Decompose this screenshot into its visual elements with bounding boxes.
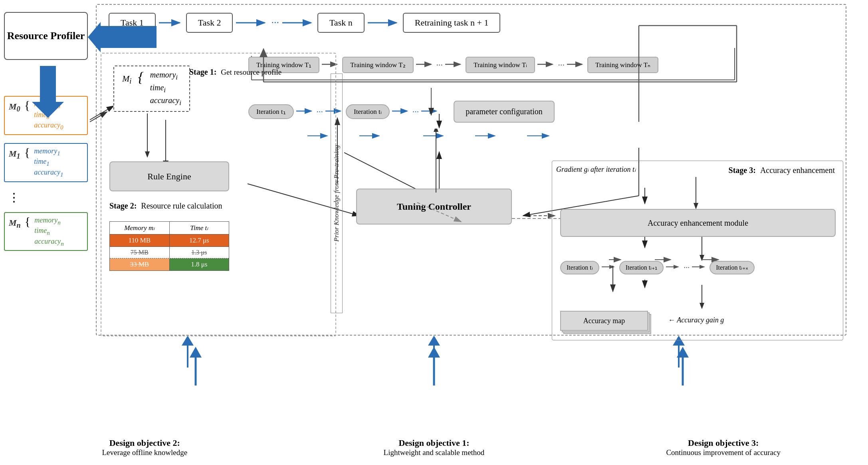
rule-engine-box: Rule Engine — [109, 161, 229, 191]
task-dots: ··· — [271, 17, 279, 29]
prior-knowledge-bar: Prior Knowledge from Pre-training — [331, 74, 343, 313]
task1-to-task2-arrow — [159, 19, 183, 27]
resource-profiler-label: Resource Profiler — [7, 30, 85, 42]
stage3-area: Gradient gᵢ after iteration tᵢ Stage 3: … — [552, 161, 843, 340]
design-obj-1-title: Design objective 2: — [25, 438, 264, 448]
acc-iter-tix: Iteration tᵢ₊ₓ — [709, 261, 755, 274]
grad-to-acc-arrow — [692, 177, 700, 211]
design-obj-1-sub: Leverage offline knowledge — [25, 448, 264, 457]
design-obj-2-title: Design objective 1: — [314, 438, 554, 448]
stage3-label: Stage 3: Accuracy enhancement — [729, 166, 835, 175]
design-objectives: Design objective 2: Leverage offline kno… — [0, 438, 868, 457]
taskn-to-retraining-arrow — [368, 19, 400, 27]
tw-dots2: ··· — [558, 60, 565, 70]
dots-to-taskn-arrow — [282, 19, 314, 27]
acc-iter-row: Iteration tᵢ Iteration tᵢ₊₁ ··· Iteratio… — [560, 261, 755, 274]
task-row: Task 1 Task 2 ··· Task n Retraining task… — [109, 13, 500, 33]
twd-twi-arrow — [445, 61, 463, 70]
acc-iter-arr3 — [692, 264, 707, 272]
svg-marker-35 — [428, 336, 440, 346]
task-1-box: Task 1 — [109, 13, 156, 33]
tw-dots: ··· — [436, 60, 443, 70]
inner-dashed-stage12: Mi { memoryi timei accuracyi Stage 1: Ge… — [101, 53, 336, 336]
svg-marker-106 — [190, 347, 202, 358]
design-obj-3: Design objective 3: Continuous improveme… — [604, 438, 843, 457]
param-config-box: parameter configuration — [454, 101, 555, 123]
twi-box: Training window Tᵢ — [466, 57, 535, 73]
m1-box: M1 { memory1 time1 accuracy1 — [4, 143, 88, 182]
acc-iter-ti1: Iteration tᵢ₊₁ — [619, 261, 664, 274]
mi-to-rule-arrow — [143, 113, 151, 159]
iter-arr3 — [392, 107, 410, 116]
tw2-box: Training window T₂ — [342, 57, 413, 73]
m0-box: M0 { memory0 time0 accuracy0 — [4, 96, 88, 135]
acc-iter-arr2 — [666, 264, 681, 272]
design-obj-3-sub: Continuous improvement of accuracy — [604, 448, 843, 457]
tw2-dots-arrow — [416, 61, 434, 70]
mn-box: Mn { memoryn timen accuracyn — [4, 212, 88, 251]
acc-map-box: Accuracy map — [560, 311, 648, 331]
iter-to-accmap-arrow — [698, 285, 706, 310]
resource-table: Memory mᵢ Time tᵢ 110 MB 12.7 μs 75 MB — [109, 221, 229, 271]
twn-box: Training window Tₙ — [587, 57, 658, 73]
task2-to-dots-arrow — [236, 19, 268, 27]
iter-dots2: ··· — [412, 107, 419, 117]
design-obj-1: Design objective 2: Leverage offline kno… — [25, 438, 264, 457]
design-obj-3-title: Design objective 3: — [604, 438, 843, 448]
acc-iter-ti: Iteration tᵢ — [560, 261, 599, 274]
twi-dots2-arrow — [537, 61, 555, 70]
twdots2-twn-arrow — [567, 61, 585, 70]
tuning-up-arrow — [432, 129, 440, 194]
svg-marker-108 — [428, 347, 440, 358]
stage1-label: Stage 1: Get resource profile — [189, 68, 281, 77]
retraining-task-box: Retraining task n + 1 — [403, 13, 501, 33]
iter-arr4 — [421, 107, 439, 116]
task-n-box: Task n — [317, 13, 365, 33]
resource-profiler-box: Resource Profiler — [4, 12, 88, 60]
design-obj-2: Design objective 1: Lightweight and scal… — [314, 438, 554, 457]
m-boxes-container: M0 { memory0 time0 accuracy0 M1 { memory… — [4, 96, 88, 251]
mi-block: Mi { memoryi timei accuracyi — [113, 66, 190, 112]
acc-to-iter-arrow — [698, 237, 706, 262]
outer-dashed-container: Task 1 Task 2 ··· Task n Retraining task… — [96, 4, 846, 336]
iter-ti-box: Iteration tᵢ — [346, 104, 390, 119]
prior-knowledge-label: Prior Knowledge from Pre-training — [333, 145, 341, 242]
acc-map-area: Accuracy map — [560, 311, 664, 337]
acc-gain-text: ← Accuracy gain g — [668, 316, 724, 324]
stage2-label: Stage 2: Resource rule calculation — [109, 201, 222, 211]
task-2-box: Task 2 — [186, 13, 233, 33]
acc-iter-arr1 — [602, 264, 617, 272]
acc-iter-dots: ··· — [684, 263, 690, 272]
m-dots: ⋮ — [8, 190, 88, 204]
svg-marker-110 — [677, 347, 689, 358]
svg-marker-33 — [182, 336, 194, 346]
gradient-text: Gradient gᵢ after iteration tᵢ — [556, 165, 636, 174]
acc-module-box: Accuracy enhancement module — [560, 209, 836, 237]
design-obj-2-sub: Lightweight and scalable method — [314, 448, 554, 457]
